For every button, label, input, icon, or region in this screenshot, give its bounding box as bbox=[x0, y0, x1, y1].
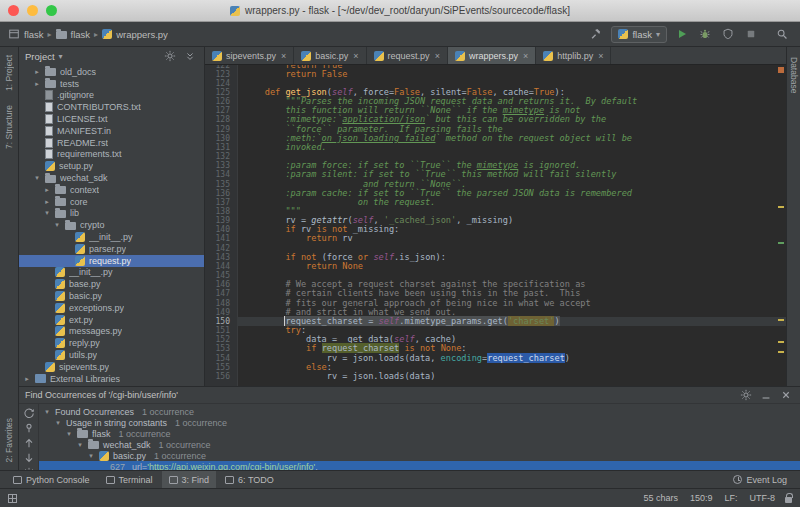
status-item-55-chars[interactable]: 55 chars bbox=[643, 493, 678, 503]
editor-tab-wrappers-py[interactable]: wrappers.py× bbox=[448, 47, 536, 64]
code-line[interactable]: 156 rv = json.loads(data) bbox=[205, 372, 786, 381]
search-everywhere-button[interactable] bbox=[772, 24, 792, 44]
tree-toggle-icon[interactable]: ▾ bbox=[43, 209, 51, 217]
zoom-window-button[interactable] bbox=[46, 5, 57, 16]
debug-button[interactable] bbox=[695, 24, 715, 44]
lock-icon[interactable] bbox=[785, 497, 792, 503]
tree-toggle-icon[interactable]: ▾ bbox=[76, 441, 84, 449]
tree-toggle-icon[interactable]: ▸ bbox=[33, 80, 41, 88]
tree-item-init-py[interactable]: __init__.py bbox=[19, 231, 204, 243]
close-window-button[interactable] bbox=[8, 5, 19, 16]
tree-item-contributors-txt[interactable]: CONTRIBUTORS.txt bbox=[19, 101, 204, 113]
tool-window-button-2-favorites[interactable]: 2: Favorites bbox=[4, 418, 14, 462]
tree-item-init-py[interactable]: __init__.py bbox=[19, 267, 204, 279]
tree-item-basic-py[interactable]: basic.py bbox=[19, 290, 204, 302]
run-button[interactable] bbox=[672, 24, 692, 44]
find-down-button[interactable] bbox=[21, 451, 37, 465]
status-item-150-9[interactable]: 150:9 bbox=[690, 493, 713, 503]
collapse-all-button[interactable] bbox=[182, 49, 198, 63]
editor-tab-request-py[interactable]: request.py× bbox=[367, 47, 448, 64]
tree-toggle-icon[interactable]: ▾ bbox=[54, 419, 62, 427]
tree-item-wechat-sdk[interactable]: ▾wechat_sdk bbox=[19, 172, 204, 184]
tree-item-sipevents-py[interactable]: sipevents.py bbox=[19, 361, 204, 373]
stripe-mark[interactable] bbox=[778, 242, 784, 244]
close-tab-icon[interactable]: × bbox=[598, 51, 603, 61]
close-tab-icon[interactable]: × bbox=[281, 51, 286, 61]
find-result-row[interactable]: ▾basic.py1 occurrence bbox=[39, 450, 800, 461]
breadcrumb-item-flask[interactable]: flask bbox=[56, 29, 91, 40]
tree-toggle-icon[interactable]: ▸ bbox=[33, 68, 41, 76]
tree-item-crypto[interactable]: ▾crypto bbox=[19, 219, 204, 231]
stripe-mark[interactable] bbox=[778, 351, 784, 353]
tree-item-utils-py[interactable]: utils.py bbox=[19, 349, 204, 361]
tree-item-base-py[interactable]: base.py bbox=[19, 278, 204, 290]
tree-toggle-icon[interactable]: ▾ bbox=[53, 221, 61, 229]
find-result-row[interactable]: ▾Found Occurrences1 occurrence bbox=[39, 406, 800, 417]
close-tab-icon[interactable]: × bbox=[435, 51, 440, 61]
close-panel-button[interactable] bbox=[778, 388, 794, 402]
tree-toggle-icon[interactable]: ▸ bbox=[43, 186, 51, 194]
tree-item-ext-py[interactable]: ext.py bbox=[19, 314, 204, 326]
tree-item-setup-py[interactable]: setup.py bbox=[19, 160, 204, 172]
project-settings-button[interactable] bbox=[162, 49, 178, 63]
tool-window-button-3-find[interactable]: 3: Find bbox=[162, 471, 217, 488]
tree-item-requirements-txt[interactable]: requirements.txt bbox=[19, 149, 204, 161]
tool-window-button-7-structure[interactable]: 7: Structure bbox=[4, 105, 14, 149]
tree-item-tests[interactable]: ▸tests bbox=[19, 78, 204, 90]
tree-toggle-icon[interactable]: ▾ bbox=[87, 452, 95, 460]
find-result-row[interactable]: ▾flask1 occurrence bbox=[39, 428, 800, 439]
minimize-window-button[interactable] bbox=[27, 5, 38, 16]
tree-item-messages-py[interactable]: messages.py bbox=[19, 326, 204, 338]
find-up-button[interactable] bbox=[21, 436, 37, 450]
tree-toggle-icon[interactable]: ▾ bbox=[33, 174, 41, 182]
find-result-row[interactable]: ▾Usage in string constants1 occurrence bbox=[39, 417, 800, 428]
toolwindow-switcher-icon[interactable] bbox=[8, 494, 17, 503]
tool-window-button-1-project[interactable]: 1: Project bbox=[4, 55, 14, 91]
find-settings-button[interactable] bbox=[738, 388, 754, 402]
tree-toggle-icon[interactable]: ▾ bbox=[43, 408, 51, 416]
find-result-row[interactable]: 627url='https://api.weixin.qq.com/cgi-bi… bbox=[39, 461, 800, 470]
editor-tab-basic-py[interactable]: basic.py× bbox=[294, 47, 366, 64]
tool-window-button-python-console[interactable]: Python Console bbox=[6, 471, 97, 488]
tree-item-reply-py[interactable]: reply.py bbox=[19, 337, 204, 349]
tree-item-license-txt[interactable]: LICENSE.txt bbox=[19, 113, 204, 125]
editor-tab-httplib-py[interactable]: httplib.py× bbox=[536, 47, 611, 64]
breadcrumb-item-flask[interactable]: flask bbox=[8, 28, 44, 40]
tree-item-parser-py[interactable]: parser.py bbox=[19, 243, 204, 255]
stripe-mark[interactable] bbox=[778, 206, 784, 208]
tree-item-core[interactable]: ▸core bbox=[19, 196, 204, 208]
tree-item-exceptions-py[interactable]: exceptions.py bbox=[19, 302, 204, 314]
error-stripe[interactable] bbox=[775, 65, 786, 386]
tool-window-button-terminal[interactable]: Terminal bbox=[99, 471, 160, 488]
tool-window-button-6-todo[interactable]: 6: TODO bbox=[218, 471, 281, 488]
find-rerun-button[interactable] bbox=[21, 406, 37, 420]
stop-button[interactable] bbox=[741, 24, 761, 44]
event-log-button[interactable]: Event Log bbox=[726, 471, 794, 488]
editor-tab-sipevents-py[interactable]: sipevents.py× bbox=[205, 47, 294, 64]
close-tab-icon[interactable]: × bbox=[523, 51, 528, 61]
tree-item-context[interactable]: ▸context bbox=[19, 184, 204, 196]
coverage-button[interactable] bbox=[718, 24, 738, 44]
tree-item-old-docs[interactable]: ▸old_docs bbox=[19, 66, 204, 78]
code-line[interactable]: 123 return False bbox=[205, 70, 786, 79]
build-button[interactable] bbox=[586, 24, 606, 44]
status-item-utf-8[interactable]: UTF-8 bbox=[750, 493, 776, 503]
run-configuration-select[interactable]: flask ▾ bbox=[611, 26, 667, 43]
tree-item-external-libraries[interactable]: ▸External Libraries bbox=[19, 373, 204, 385]
code-area[interactable]: 122 return True123 return False124125 de… bbox=[205, 65, 786, 386]
tree-item-lib[interactable]: ▾lib bbox=[19, 208, 204, 220]
tool-window-button-database[interactable]: Database bbox=[789, 57, 799, 93]
tree-toggle-icon[interactable]: ▾ bbox=[65, 430, 73, 438]
find-pin-button[interactable] bbox=[21, 421, 37, 435]
find-result-row[interactable]: ▾wechat_sdk1 occurrence bbox=[39, 439, 800, 450]
tree-toggle-icon[interactable]: ▸ bbox=[43, 198, 51, 206]
tree-item-manifest-in[interactable]: MANIFEST.in bbox=[19, 125, 204, 137]
close-tab-icon[interactable]: × bbox=[353, 51, 358, 61]
tree-item-request-py[interactable]: request.py bbox=[19, 255, 204, 267]
code-line[interactable]: 141 return rv bbox=[205, 234, 786, 243]
tree-toggle-icon[interactable]: ▸ bbox=[23, 375, 31, 383]
stripe-mark[interactable] bbox=[778, 319, 784, 321]
code-line[interactable]: 144 return None bbox=[205, 262, 786, 271]
stripe-mark[interactable] bbox=[778, 341, 784, 343]
hide-panel-button[interactable] bbox=[758, 388, 774, 402]
